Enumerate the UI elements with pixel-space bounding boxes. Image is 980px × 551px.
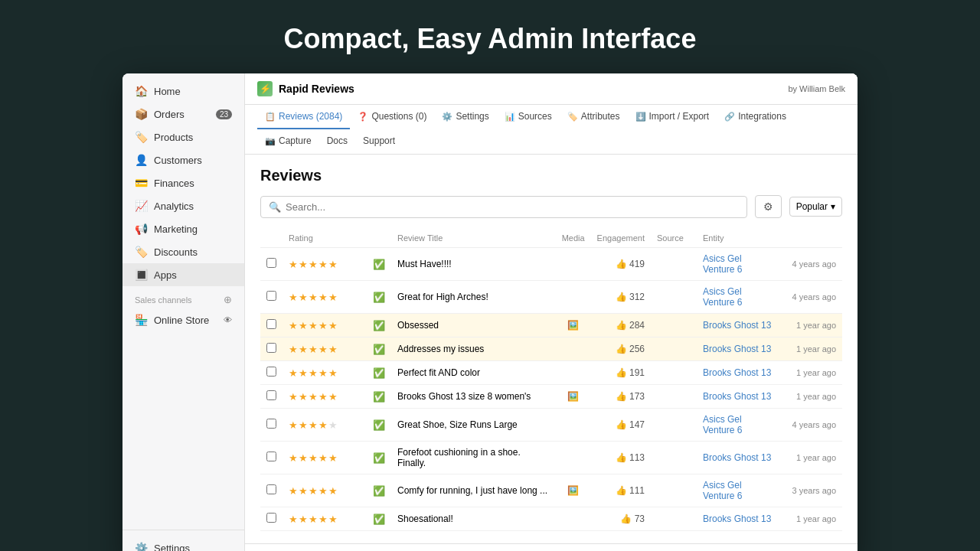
- table-row: ★★★★★✅Obsessed🖼️👍 284Brooks Ghost 131 ye…: [260, 314, 842, 337]
- sources-tab-icon: 📊: [505, 112, 515, 122]
- source-cell: [651, 385, 697, 409]
- filter-button[interactable]: ⚙: [755, 195, 782, 218]
- review-title: Perfect fit AND color: [391, 361, 556, 385]
- verified-badge: ✅: [367, 385, 391, 409]
- source-cell: [651, 248, 697, 281]
- capture-tab-icon: 📷: [265, 136, 276, 146]
- col-header-entity: Entity: [697, 229, 781, 248]
- tab-settings[interactable]: ⚙️ Settings: [434, 105, 496, 129]
- sort-select[interactable]: Popular ▾: [789, 197, 842, 217]
- search-input[interactable]: [286, 201, 739, 213]
- time-ago: 4 years ago: [781, 248, 842, 281]
- row-checkbox[interactable]: [266, 367, 276, 377]
- sidebar-item-home[interactable]: 🏠 Home: [122, 80, 244, 103]
- sidebar-item-products[interactable]: 🏷️ Products: [122, 126, 244, 148]
- rating-stars: ★★★★★: [283, 474, 367, 507]
- review-title: Must Have!!!!: [391, 248, 556, 281]
- entity-link[interactable]: Brooks Ghost 13: [697, 442, 781, 474]
- sidebar-nav: 🏠 Home 📦 Orders 23 🏷️ Products 👤 Custome…: [122, 73, 244, 530]
- tab-label: Capture: [279, 135, 312, 146]
- col-header-verified: [367, 229, 391, 248]
- sidebar-item-label: Products: [154, 132, 193, 143]
- entity-link[interactable]: Brooks Ghost 13: [697, 385, 781, 409]
- table-row: ★★★★★✅Shoesational!👍 73Brooks Ghost 131 …: [260, 507, 842, 531]
- col-header-source: Source: [651, 229, 697, 248]
- verified-badge: ✅: [367, 337, 391, 361]
- row-checkbox[interactable]: [266, 419, 276, 429]
- row-checkbox[interactable]: [266, 390, 276, 400]
- verified-icon: ✅: [373, 514, 385, 525]
- tab-integrations[interactable]: 🔗 Integrations: [717, 105, 794, 129]
- row-checkbox[interactable]: [266, 258, 276, 268]
- row-checkbox[interactable]: [266, 343, 276, 353]
- sidebar-item-apps[interactable]: 🔳 Apps: [122, 263, 244, 286]
- source-cell: [651, 409, 697, 442]
- search-box: 🔍: [260, 196, 747, 218]
- tab-label: Import / Export: [649, 111, 710, 122]
- tab-import-export[interactable]: ⬇️ Import / Export: [628, 105, 717, 129]
- table-row: ★★★★★✅Forefoot cushioning in a shoe. Fin…: [260, 442, 842, 474]
- table-row: ★★★★★✅Addresses my issues👍 256Brooks Gho…: [260, 337, 842, 361]
- rating-stars: ★★★★★: [283, 507, 367, 531]
- entity-link[interactable]: Asics Gel Venture 6: [697, 474, 781, 507]
- time-ago: 1 year ago: [781, 337, 842, 361]
- entity-link[interactable]: Brooks Ghost 13: [697, 314, 781, 337]
- tab-reviews[interactable]: 📋 Reviews (2084): [257, 105, 350, 129]
- store-visibility-icon[interactable]: 👁: [224, 315, 232, 324]
- entity-link[interactable]: Brooks Ghost 13: [697, 507, 781, 531]
- table-row: ★★★★★✅Perfect fit AND color👍 191Brooks G…: [260, 361, 842, 385]
- verified-badge: ✅: [367, 281, 391, 314]
- tab-questions[interactable]: ❓ Questions (0): [350, 105, 434, 129]
- sidebar-item-customers[interactable]: 👤 Customers: [122, 148, 244, 171]
- tab-docs[interactable]: Docs: [319, 129, 355, 154]
- table-row: ★★★★★✅Comfy for running, I just have lon…: [260, 474, 842, 507]
- tab-sources[interactable]: 📊 Sources: [497, 105, 560, 129]
- tab-capture[interactable]: 📷 Capture: [257, 129, 319, 154]
- sidebar-item-finances[interactable]: 💳 Finances: [122, 171, 244, 194]
- add-channel-icon[interactable]: ⊕: [224, 294, 232, 305]
- tab-support[interactable]: Support: [355, 129, 403, 154]
- entity-link[interactable]: Brooks Ghost 13: [697, 337, 781, 361]
- media-cell: [556, 337, 591, 361]
- col-header-media: Media: [556, 229, 591, 248]
- col-header-time: [781, 229, 842, 248]
- sort-label: Popular: [796, 201, 828, 212]
- rating-stars: ★★★★★: [283, 337, 367, 361]
- engagement-count: 👍 73: [591, 507, 651, 531]
- entity-link[interactable]: Asics Gel Venture 6: [697, 409, 781, 442]
- reviews-tab-icon: 📋: [265, 112, 276, 122]
- sidebar-item-settings[interactable]: ⚙️ Settings: [122, 536, 244, 551]
- sidebar-item-discounts[interactable]: 🏷️ Discounts: [122, 240, 244, 263]
- rating-stars: ★★★★★: [283, 385, 367, 409]
- verified-badge: ✅: [367, 314, 391, 337]
- source-cell: [651, 337, 697, 361]
- media-icon: 🖼️: [567, 320, 579, 331]
- sidebar-item-label: Customers: [154, 155, 202, 166]
- content-area: Reviews 🔍 ⚙ Popular ▾ Rating: [245, 155, 858, 543]
- media-cell: [556, 507, 591, 531]
- settings-icon: ⚙️: [135, 542, 148, 551]
- rating-stars: ★★★★★: [283, 314, 367, 337]
- row-checkbox[interactable]: [266, 291, 276, 301]
- sidebar-item-marketing[interactable]: 📢 Marketing: [122, 217, 244, 240]
- entity-link[interactable]: Asics Gel Venture 6: [697, 248, 781, 281]
- sidebar-item-analytics[interactable]: 📈 Analytics: [122, 194, 244, 217]
- sidebar-item-orders[interactable]: 📦 Orders 23: [122, 103, 244, 126]
- sidebar-item-label: Home: [154, 86, 181, 97]
- row-checkbox[interactable]: [266, 452, 276, 461]
- media-icon: 🖼️: [567, 485, 579, 496]
- row-checkbox[interactable]: [266, 484, 276, 494]
- row-checkbox[interactable]: [266, 513, 276, 523]
- row-checkbox[interactable]: [266, 319, 276, 329]
- verified-icon: ✅: [373, 367, 385, 379]
- media-cell: 🖼️: [556, 385, 591, 409]
- time-ago: 4 years ago: [781, 281, 842, 314]
- entity-link[interactable]: Asics Gel Venture 6: [697, 281, 781, 314]
- app-by-label: by William Belk: [788, 84, 845, 93]
- review-title: Obsessed: [391, 314, 556, 337]
- source-cell: [651, 474, 697, 507]
- sidebar-item-online-store[interactable]: 🏪 Online Store 👁: [122, 308, 244, 331]
- tab-attributes[interactable]: 🏷️ Attributes: [560, 105, 628, 129]
- verified-icon: ✅: [373, 292, 385, 303]
- entity-link[interactable]: Brooks Ghost 13: [697, 361, 781, 385]
